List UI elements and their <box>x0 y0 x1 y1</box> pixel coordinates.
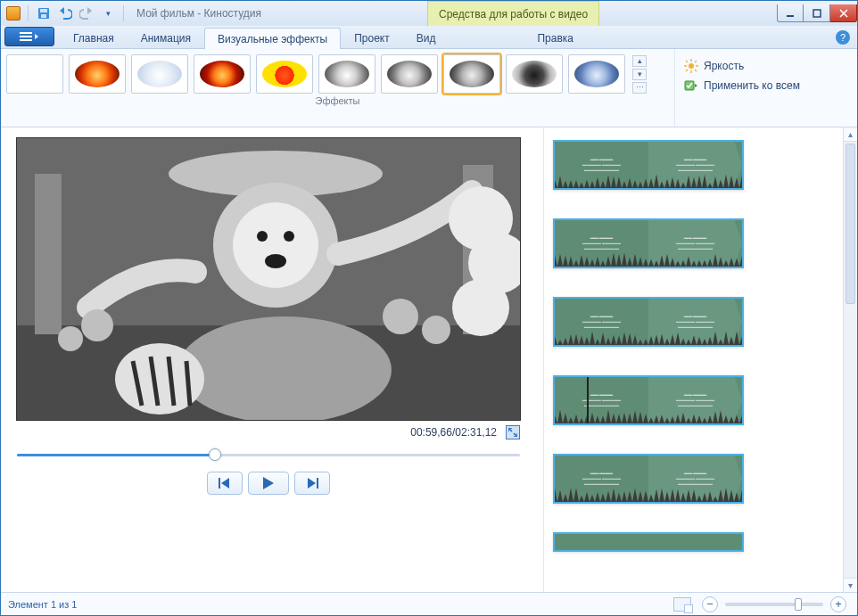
scroll-down-button[interactable]: ▾ <box>844 578 857 592</box>
quick-access-toolbar: ▾ <box>1 5 131 21</box>
svg-point-24 <box>233 202 318 288</box>
redo-button[interactable] <box>78 5 95 21</box>
status-item-count: Элемент 1 из 1 <box>8 599 77 610</box>
svg-rect-5 <box>20 32 32 34</box>
timeline-clip[interactable] <box>553 532 744 552</box>
effect-bw3[interactable] <box>443 54 500 94</box>
timeline-clip[interactable]: ━━━ ━━━━━━━━━━━━ ━━━━━━━━━━━━━━━━━━━━━━━… <box>553 375 744 425</box>
maximize-button[interactable] <box>804 4 830 22</box>
brightness-button[interactable]: Яркость <box>684 56 848 76</box>
svg-line-15 <box>695 61 697 62</box>
svg-line-14 <box>695 70 697 71</box>
svg-point-26 <box>284 231 294 242</box>
svg-rect-7 <box>20 39 32 41</box>
qa-dropdown[interactable]: ▾ <box>100 5 116 21</box>
svg-point-27 <box>265 254 286 268</box>
timeline-clip[interactable]: ━━━ ━━━━━━━━━━━━ ━━━━━━━━━━━━━━━━━━━━━━━… <box>553 297 744 347</box>
app-icon <box>6 6 21 21</box>
effect-cool[interactable] <box>131 54 188 94</box>
timeline-clip[interactable]: ━━━ ━━━━━━━━━━━━ ━━━━━━━━━━━━━━━━━━━━━━━… <box>553 140 744 190</box>
gallery-more-button[interactable]: ⋯ <box>632 82 647 94</box>
svg-rect-41 <box>219 478 220 489</box>
next-frame-button[interactable] <box>294 472 330 495</box>
close-button[interactable] <box>830 4 857 22</box>
svg-rect-4 <box>813 10 821 17</box>
adjust-group: Яркость Применить ко всем <box>675 49 857 127</box>
effect-invert[interactable] <box>506 54 563 94</box>
help-button[interactable]: ? <box>836 30 850 45</box>
svg-point-25 <box>257 231 268 242</box>
time-row: 00:59,66/02:31,12 <box>17 425 520 439</box>
svg-line-16 <box>686 70 688 71</box>
title-bar: ▾ Мой фильм - Киностудия Средства для ра… <box>1 1 857 26</box>
tab-animation[interactable]: Анимация <box>128 27 204 48</box>
svg-rect-1 <box>40 9 47 12</box>
svg-rect-42 <box>317 478 318 489</box>
preview-pane: 00:59,66/02:31,12 <box>1 127 543 592</box>
svg-point-40 <box>452 279 509 336</box>
svg-line-13 <box>686 61 688 62</box>
svg-point-8 <box>689 63 694 69</box>
prev-frame-button[interactable] <box>207 472 243 495</box>
scroll-up-button[interactable]: ▴ <box>844 127 857 142</box>
vertical-scrollbar[interactable]: ▴ ▾ <box>843 127 857 592</box>
effects-gallery: ▴▾⋯ <box>1 49 674 94</box>
time-display: 00:59,66/02:31,12 <box>410 426 497 439</box>
ribbon: ▴▾⋯ Эффекты Яркость Применить ко всем <box>1 49 857 127</box>
content-area: 00:59,66/02:31,12 ━━━ ━━━━━━━━━━━━ ━━━━━… <box>1 127 857 592</box>
timeline-clip[interactable]: ━━━ ━━━━━━━━━━━━ ━━━━━━━━━━━━━━━━━━━━━━━… <box>553 454 744 504</box>
timeline-list[interactable]: ━━━ ━━━━━━━━━━━━ ━━━━━━━━━━━━━━━━━━━━━━━… <box>544 127 843 592</box>
effect-poster[interactable] <box>256 54 313 94</box>
tab-visual-effects[interactable]: Визуальные эффекты <box>204 28 341 49</box>
video-preview[interactable] <box>17 138 520 420</box>
svg-point-37 <box>58 326 83 351</box>
tab-edit[interactable]: Правка <box>524 27 587 48</box>
effect-bw2[interactable] <box>381 54 438 94</box>
apply-all-button[interactable]: Применить ко всем <box>684 76 848 95</box>
gallery-down-button[interactable]: ▾ <box>632 69 647 80</box>
effects-group: ▴▾⋯ Эффекты <box>1 49 675 127</box>
status-bar: Элемент 1 из 1 − + <box>1 592 857 615</box>
svg-point-35 <box>383 299 418 334</box>
zoom-slider-thumb[interactable] <box>795 598 802 611</box>
fullscreen-button[interactable] <box>506 425 520 439</box>
preview-scene <box>17 138 520 420</box>
svg-rect-2 <box>41 14 46 18</box>
svg-point-28 <box>177 316 392 420</box>
undo-button[interactable] <box>57 5 73 21</box>
playback-controls <box>17 472 520 495</box>
zoom-slider[interactable] <box>725 603 823 606</box>
effect-warm[interactable] <box>69 54 126 94</box>
effects-group-label: Эффекты <box>1 94 674 109</box>
minimize-button[interactable] <box>777 4 804 22</box>
play-button[interactable] <box>248 472 289 495</box>
file-menu-button[interactable] <box>4 27 54 46</box>
gallery-up-button[interactable]: ▴ <box>632 55 647 67</box>
effect-none[interactable] <box>6 54 63 94</box>
save-button[interactable] <box>36 5 52 21</box>
tab-project[interactable]: Проект <box>341 27 403 48</box>
svg-rect-20 <box>35 174 62 334</box>
app-window: ▾ Мой фильм - Киностудия Средства для ра… <box>0 0 858 616</box>
svg-rect-6 <box>20 36 32 37</box>
tab-view[interactable]: Вид <box>403 27 450 48</box>
effect-bw1[interactable] <box>318 54 375 94</box>
ribbon-tabstrip: Главная Анимация Визуальные эффекты Прое… <box>1 26 857 49</box>
zoom-in-button[interactable]: + <box>830 596 846 612</box>
effect-sepia-red[interactable] <box>194 54 251 94</box>
timeline-pane: ━━━ ━━━━━━━━━━━━ ━━━━━━━━━━━━━━━━━━━━━━━… <box>543 127 857 592</box>
seek-slider[interactable] <box>17 447 520 463</box>
thumbnails-view-button[interactable] <box>673 597 691 612</box>
svg-point-34 <box>81 309 113 341</box>
window-controls <box>777 4 857 22</box>
context-tab-header: Средства для работы с видео <box>427 1 599 26</box>
tab-home[interactable]: Главная <box>60 27 128 48</box>
scroll-thumb[interactable] <box>846 144 855 304</box>
svg-point-36 <box>422 316 450 344</box>
zoom-out-button[interactable]: − <box>702 596 718 612</box>
svg-rect-3 <box>787 15 794 17</box>
timeline-clip[interactable]: ━━━ ━━━━━━━━━━━━ ━━━━━━━━━━━━━━━━━━━━━━━… <box>553 218 744 268</box>
effect-blue[interactable] <box>568 54 625 94</box>
apply-all-icon <box>684 78 698 93</box>
brightness-icon <box>684 59 698 73</box>
